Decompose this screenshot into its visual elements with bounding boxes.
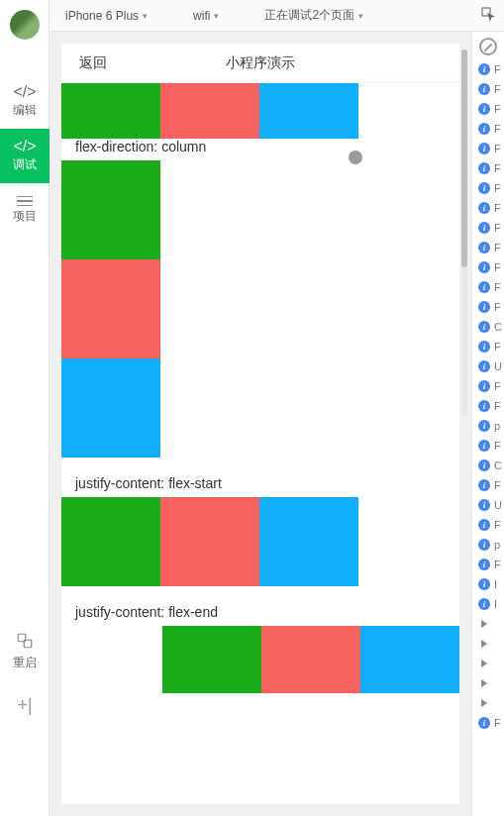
sidebar-item-edit[interactable]: </> 编辑 xyxy=(0,74,50,129)
info-icon: i xyxy=(478,162,490,174)
section-label: justify-content: flex-end xyxy=(61,586,459,626)
color-box-red xyxy=(160,83,259,139)
sidebar-item-label: 项目 xyxy=(13,208,37,225)
section-label: flex-direction: column xyxy=(61,139,459,160)
log-line[interactable]: ip xyxy=(472,535,504,555)
sidebar-item-debug[interactable]: </> 调试 xyxy=(0,129,50,183)
left-sidebar: </> 编辑 </> 调试 项目 重启 +| xyxy=(0,0,50,816)
log-line[interactable]: iF xyxy=(472,713,504,733)
device-label: iPhone 6 Plus xyxy=(65,9,139,23)
triangle-icon xyxy=(481,620,487,628)
log-line[interactable]: iI xyxy=(472,594,504,614)
restart-icon xyxy=(16,632,34,653)
log-text: F xyxy=(494,281,501,293)
log-line[interactable]: iF xyxy=(472,297,504,317)
inspect-icon[interactable] xyxy=(480,6,496,25)
log-line[interactable]: iF xyxy=(472,376,504,396)
info-icon: i xyxy=(478,499,490,511)
log-line[interactable]: iC xyxy=(472,456,504,475)
code-icon: </> xyxy=(13,139,36,154)
log-text: I xyxy=(494,598,497,610)
scrollbar-thumb[interactable] xyxy=(461,50,467,267)
log-line[interactable]: iF xyxy=(472,515,504,535)
debug-pages-select[interactable]: 正在调试2个页面 ▾ xyxy=(256,7,371,24)
loading-dot-icon xyxy=(349,151,362,164)
scrollbar[interactable] xyxy=(461,50,467,416)
sidebar-item-restart[interactable]: 重启 xyxy=(0,624,50,678)
info-icon: i xyxy=(478,261,490,273)
log-line[interactable]: iU xyxy=(472,357,504,376)
triangle-icon xyxy=(481,679,487,687)
log-line[interactable]: iF xyxy=(472,139,504,158)
log-line[interactable]: iF xyxy=(472,99,504,119)
log-text: I xyxy=(494,578,497,590)
log-line[interactable]: iF xyxy=(472,436,504,456)
log-line[interactable]: iF xyxy=(472,238,504,257)
triangle-icon xyxy=(481,640,487,648)
console-strip: iFiFiFiFiFiFiFiFiFiFiFiFiFiCiFiUiFiFipiF… xyxy=(471,32,504,816)
log-line[interactable]: iF xyxy=(472,218,504,238)
log-line[interactable] xyxy=(472,654,504,673)
log-line[interactable]: iF xyxy=(472,475,504,495)
info-icon: i xyxy=(478,321,490,333)
info-icon: i xyxy=(478,182,490,194)
log-line[interactable]: iF xyxy=(472,555,504,574)
block-icon[interactable] xyxy=(479,38,497,55)
info-icon: i xyxy=(478,63,490,75)
log-line[interactable]: iU xyxy=(472,495,504,515)
log-text: F xyxy=(494,182,501,194)
log-text: F xyxy=(494,83,501,95)
log-line[interactable] xyxy=(472,634,504,654)
log-text: F xyxy=(494,301,501,313)
back-button[interactable]: 返回 xyxy=(61,54,141,72)
page-content: flex-direction: column justify-content: … xyxy=(61,83,459,693)
log-line[interactable]: iI xyxy=(472,574,504,594)
log-line[interactable]: iF xyxy=(472,178,504,198)
log-text: F xyxy=(494,400,501,412)
triangle-icon xyxy=(481,699,487,707)
log-line[interactable]: iF xyxy=(472,158,504,178)
log-line[interactable]: iF xyxy=(472,198,504,218)
log-line[interactable] xyxy=(472,614,504,634)
log-line[interactable]: iF xyxy=(472,257,504,277)
log-line[interactable] xyxy=(472,693,504,713)
log-text: F xyxy=(494,440,501,452)
info-icon: i xyxy=(478,202,490,214)
sidebar-item-add[interactable]: +| xyxy=(0,678,50,733)
log-line[interactable]: iF xyxy=(472,277,504,297)
log-text: p xyxy=(494,420,500,432)
log-text: C xyxy=(494,321,502,333)
section-label-text: flex-direction: column xyxy=(75,139,206,154)
log-text: F xyxy=(494,717,501,729)
info-icon: i xyxy=(478,717,490,729)
info-icon: i xyxy=(478,222,490,234)
color-box-red xyxy=(61,259,160,358)
info-icon: i xyxy=(478,519,490,531)
log-line[interactable]: ip xyxy=(472,416,504,436)
sidebar-item-project[interactable]: 项目 xyxy=(0,183,50,238)
log-text: C xyxy=(494,459,502,471)
log-text: U xyxy=(494,499,502,511)
log-line[interactable]: iF xyxy=(472,79,504,99)
log-line[interactable]: iF xyxy=(472,59,504,79)
info-icon: i xyxy=(478,281,490,293)
page-title: 小程序演示 xyxy=(141,54,459,72)
info-icon: i xyxy=(478,380,490,392)
info-icon: i xyxy=(478,143,490,154)
avatar[interactable] xyxy=(10,10,40,40)
triangle-icon xyxy=(481,660,487,667)
log-text: F xyxy=(494,63,501,75)
info-icon: i xyxy=(478,83,490,95)
log-line[interactable]: iF xyxy=(472,337,504,357)
sidebar-item-label: 调试 xyxy=(13,156,37,173)
device-select[interactable]: iPhone 6 Plus ▾ xyxy=(57,9,155,23)
network-select[interactable]: wifi ▾ xyxy=(185,9,227,23)
log-line[interactable]: iC xyxy=(472,317,504,337)
log-line[interactable] xyxy=(472,673,504,693)
log-line[interactable]: iF xyxy=(472,396,504,416)
log-line[interactable]: iF xyxy=(472,119,504,139)
log-text: F xyxy=(494,479,501,491)
log-text: F xyxy=(494,380,501,392)
log-text: F xyxy=(494,162,501,174)
color-box-red xyxy=(261,626,360,693)
